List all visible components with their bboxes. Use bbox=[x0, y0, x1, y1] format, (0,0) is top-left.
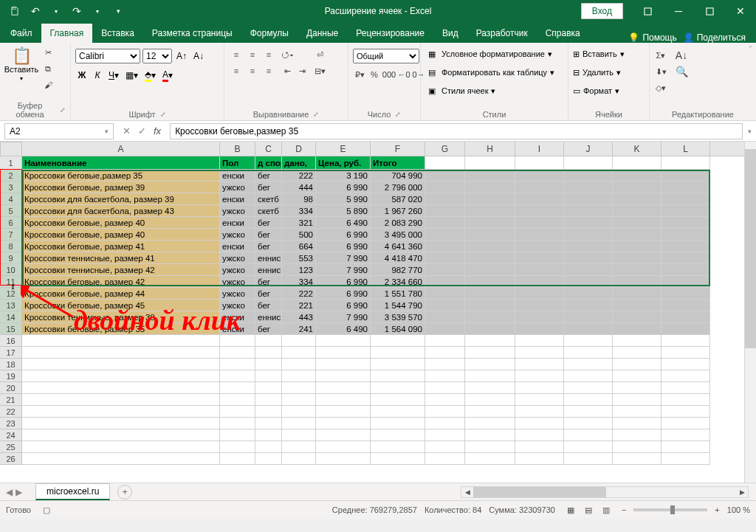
cell[interactable] bbox=[613, 406, 662, 418]
row-header-7[interactable]: 7 bbox=[0, 229, 21, 241]
autosum-icon[interactable]: Σ▾ bbox=[654, 49, 667, 62]
cell-header[interactable]: Пол bbox=[220, 156, 255, 170]
cell[interactable] bbox=[662, 205, 710, 217]
align-left-icon[interactable]: ≡ bbox=[229, 63, 244, 78]
merge-center-icon[interactable]: ⊟▾ bbox=[313, 64, 326, 77]
cell[interactable] bbox=[465, 370, 515, 382]
cell[interactable]: 444 bbox=[282, 182, 316, 193]
cell[interactable]: 241 bbox=[282, 323, 316, 335]
cut-icon[interactable]: ✂ bbox=[41, 46, 55, 59]
percent-icon[interactable]: % bbox=[368, 68, 381, 81]
cell[interactable] bbox=[220, 394, 255, 406]
cell[interactable] bbox=[564, 241, 613, 252]
align-top-icon[interactable]: ≡ bbox=[229, 47, 244, 62]
row-header-11[interactable]: 11 bbox=[0, 276, 21, 288]
cell[interactable]: 5 990 bbox=[316, 193, 371, 205]
cell[interactable] bbox=[425, 323, 465, 335]
cell[interactable] bbox=[662, 323, 710, 335]
cell[interactable] bbox=[662, 453, 710, 465]
cell[interactable] bbox=[282, 453, 316, 465]
row-header-17[interactable]: 17 bbox=[0, 347, 21, 359]
cell[interactable]: 4 641 360 bbox=[371, 241, 425, 252]
row-header-26[interactable]: 26 bbox=[0, 453, 21, 465]
cell[interactable] bbox=[465, 241, 515, 252]
cell[interactable] bbox=[515, 241, 564, 252]
tab-help[interactable]: Справка bbox=[537, 24, 589, 43]
cell-header[interactable] bbox=[465, 156, 515, 170]
cell[interactable] bbox=[662, 300, 710, 311]
new-sheet-button[interactable]: + bbox=[117, 485, 132, 500]
cell[interactable] bbox=[22, 406, 220, 418]
redo-icon[interactable]: ↷ bbox=[68, 2, 86, 20]
cell-header[interactable] bbox=[515, 156, 564, 170]
cell-header[interactable] bbox=[564, 156, 613, 170]
horizontal-scrollbar[interactable]: ◀ ▶ bbox=[461, 486, 749, 498]
cell[interactable] bbox=[371, 418, 425, 429]
font-color-button[interactable]: A▾ bbox=[160, 68, 175, 83]
worksheet-grid[interactable]: ABCDEFGHIJKL 123456789101112131415161718… bbox=[0, 142, 756, 483]
increase-indent-icon[interactable]: ⇥ bbox=[295, 64, 309, 77]
cell[interactable] bbox=[425, 276, 465, 288]
cell[interactable]: Кроссовки беговые, размер 41 bbox=[22, 241, 220, 252]
cell[interactable] bbox=[371, 370, 425, 382]
close-button[interactable]: ✕ bbox=[725, 0, 756, 22]
cell[interactable]: 1 544 790 bbox=[371, 300, 425, 311]
cell[interactable] bbox=[515, 429, 564, 441]
cell[interactable] bbox=[425, 370, 465, 382]
font-size-select[interactable]: 12 bbox=[142, 49, 172, 63]
row-header-15[interactable]: 15 bbox=[0, 323, 21, 335]
cell[interactable]: 6 990 bbox=[316, 229, 371, 241]
fill-color-button[interactable]: ⬘▾ bbox=[142, 68, 158, 83]
cell[interactable] bbox=[465, 311, 515, 323]
cell[interactable] bbox=[316, 382, 371, 394]
cell[interactable]: еннис bbox=[255, 311, 282, 323]
cell[interactable]: 982 770 bbox=[371, 264, 425, 276]
cell[interactable] bbox=[662, 241, 710, 252]
save-icon[interactable] bbox=[6, 2, 24, 20]
cell[interactable]: 1 967 260 bbox=[371, 205, 425, 217]
cell[interactable]: Кроссовки теннисные, размер 41 bbox=[22, 252, 220, 264]
cell[interactable] bbox=[316, 335, 371, 347]
cell[interactable] bbox=[564, 347, 613, 359]
cell[interactable] bbox=[22, 394, 220, 406]
cell[interactable] bbox=[465, 193, 515, 205]
cell[interactable] bbox=[465, 441, 515, 453]
cell[interactable] bbox=[662, 288, 710, 300]
cell[interactable]: 3 495 000 bbox=[371, 229, 425, 241]
name-box[interactable]: A2▾ bbox=[4, 123, 114, 139]
delete-cells-button[interactable]: ⊟Удалить▾ bbox=[573, 64, 625, 80]
cell[interactable]: бег bbox=[255, 170, 282, 182]
cell[interactable]: Кроссовки беговые, размер 35 bbox=[22, 323, 220, 335]
column-header-A[interactable]: A bbox=[22, 142, 220, 156]
cell[interactable]: 2 796 000 bbox=[371, 182, 425, 193]
cell[interactable] bbox=[465, 453, 515, 465]
increase-decimal-icon[interactable]: ←0 bbox=[397, 68, 410, 81]
cell[interactable] bbox=[465, 252, 515, 264]
cell[interactable] bbox=[425, 252, 465, 264]
cell[interactable]: 123 bbox=[282, 264, 316, 276]
cell[interactable] bbox=[425, 288, 465, 300]
cell[interactable] bbox=[515, 252, 564, 264]
row-header-2[interactable]: 2 bbox=[0, 170, 21, 182]
cell[interactable] bbox=[564, 300, 613, 311]
ribbon-display-icon[interactable] bbox=[632, 0, 663, 22]
select-all-corner[interactable] bbox=[0, 142, 22, 156]
column-header-E[interactable]: E bbox=[316, 142, 371, 156]
cell[interactable] bbox=[515, 382, 564, 394]
cell-header[interactable] bbox=[662, 156, 710, 170]
cell[interactable] bbox=[465, 276, 515, 288]
cell[interactable]: ужско bbox=[220, 288, 255, 300]
cell[interactable] bbox=[220, 453, 255, 465]
cell[interactable]: 443 bbox=[282, 311, 316, 323]
cell[interactable] bbox=[371, 441, 425, 453]
cell[interactable]: 3 190 bbox=[316, 170, 371, 182]
cell[interactable] bbox=[613, 359, 662, 370]
cell[interactable] bbox=[515, 205, 564, 217]
cell[interactable] bbox=[220, 370, 255, 382]
cell[interactable] bbox=[425, 170, 465, 182]
cell[interactable] bbox=[255, 394, 282, 406]
cell[interactable] bbox=[564, 182, 613, 193]
align-center-icon[interactable]: ≡ bbox=[245, 63, 260, 78]
conditional-format-button[interactable]: ▦Условное форматирование▾ bbox=[425, 46, 554, 62]
cell[interactable]: ужско bbox=[220, 300, 255, 311]
